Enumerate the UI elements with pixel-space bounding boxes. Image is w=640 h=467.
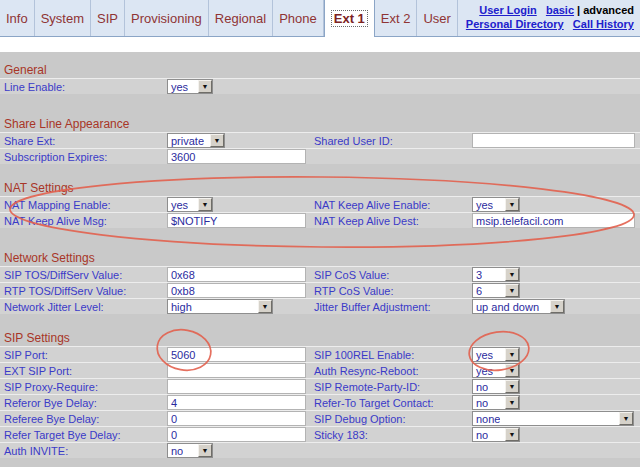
- field-row: Referee Bye Delay:SIP Debug Option:none▼: [0, 410, 640, 426]
- field-row: Refer Target Bye Delay:Sticky 183:no▼: [0, 426, 640, 442]
- refer-target-bye-delay-input[interactable]: [167, 427, 306, 442]
- chevron-down-icon[interactable]: ▼: [198, 198, 212, 211]
- basic-link[interactable]: basic: [546, 4, 574, 16]
- rtp-tos-diffserv-value-input[interactable]: [167, 283, 306, 298]
- tab-phone[interactable]: Phone: [273, 0, 324, 36]
- call-history-link[interactable]: Call History: [573, 18, 634, 30]
- chevron-down-icon[interactable]: ▼: [505, 428, 519, 441]
- field-row: EXT SIP Port:Auth Resync-Reboot:yes▼: [0, 362, 640, 378]
- field-row: Subscription Expires:: [0, 148, 640, 164]
- user-login-link[interactable]: User Login: [479, 4, 536, 16]
- tab-system[interactable]: System: [35, 0, 91, 36]
- ext-sip-port-input[interactable]: [167, 363, 306, 378]
- tab-ext-1[interactable]: Ext 1: [324, 0, 375, 37]
- label-sip-cos-value: SIP CoS Value:: [310, 269, 472, 281]
- tab-label: User: [423, 11, 450, 26]
- tab-label: Ext 2: [381, 11, 411, 26]
- tab-content-divider-strip: [0, 37, 640, 52]
- sip-100rel-enable-select[interactable]: yes▼: [472, 347, 520, 362]
- chevron-down-icon[interactable]: ▼: [505, 284, 519, 297]
- chevron-down-icon[interactable]: ▼: [619, 412, 633, 425]
- sip-debug-option-select[interactable]: none▼: [472, 411, 634, 426]
- select-value: yes: [473, 199, 493, 211]
- chevron-down-icon[interactable]: ▼: [505, 396, 519, 409]
- tab-provisioning[interactable]: Provisioning: [125, 0, 209, 36]
- shared-user-id-input[interactable]: [472, 133, 635, 148]
- nat-mapping-enable-select[interactable]: yes▼: [167, 197, 213, 212]
- chevron-down-icon[interactable]: ▼: [505, 380, 519, 393]
- label-ext-sip-port: EXT SIP Port:: [0, 365, 167, 377]
- section-title-network-settings: Network Settings: [0, 250, 640, 266]
- nat-keep-alive-enable-select[interactable]: yes▼: [472, 197, 520, 212]
- auth-invite-select[interactable]: no▼: [167, 443, 213, 458]
- field-row: Share Ext:private▼Shared User ID:: [0, 132, 640, 148]
- label-nat-mapping-enable: NAT Mapping Enable:: [0, 199, 167, 211]
- nat-keep-alive-dest-input[interactable]: [472, 213, 635, 228]
- tab-label: System: [41, 11, 84, 26]
- chevron-down-icon[interactable]: ▼: [505, 268, 519, 281]
- sip-port-input[interactable]: [167, 347, 306, 362]
- tab-label: Regional: [215, 11, 266, 26]
- chevron-down-icon[interactable]: ▼: [550, 300, 564, 313]
- nat-keep-alive-msg-input[interactable]: [167, 213, 306, 228]
- tab-regional[interactable]: Regional: [209, 0, 273, 36]
- chevron-down-icon[interactable]: ▼: [210, 134, 224, 147]
- select-value: yes: [168, 81, 188, 93]
- tab-info[interactable]: Info: [0, 0, 35, 36]
- subscription-expires-input[interactable]: [167, 149, 306, 164]
- chevron-down-icon[interactable]: ▼: [198, 80, 212, 93]
- label-sip-proxy-require: SIP Proxy-Require:: [0, 381, 167, 393]
- section-title-nat-settings: NAT Settings: [0, 180, 640, 196]
- field-row: RTP TOS/DiffServ Value:RTP CoS Value:6▼: [0, 282, 640, 298]
- share-ext-select[interactable]: private▼: [167, 133, 225, 148]
- select-value: 3: [473, 269, 482, 281]
- referee-bye-delay-input[interactable]: [167, 411, 306, 426]
- label-auth-invite: Auth INVITE:: [0, 445, 167, 457]
- sip-tos-diffserv-value-input[interactable]: [167, 267, 306, 282]
- section-spacer: [0, 94, 640, 116]
- section-title-sip-settings: SIP Settings: [0, 330, 640, 346]
- header-links: User Login basic | advanced Personal Dir…: [466, 3, 634, 31]
- line-enable-select[interactable]: yes▼: [167, 79, 213, 94]
- sip-proxy-require-input[interactable]: [167, 379, 306, 394]
- jitter-buffer-adjustment-select[interactable]: up and down▼: [472, 299, 565, 314]
- sip-remote-party-id-select[interactable]: no▼: [472, 379, 520, 394]
- chevron-down-icon[interactable]: ▼: [505, 364, 519, 377]
- label-share-ext: Share Ext:: [0, 135, 167, 147]
- settings-form: GeneralLine Enable:yes▼Share Line Appear…: [0, 52, 640, 458]
- rtp-cos-value-select[interactable]: 6▼: [472, 283, 520, 298]
- sip-cos-value-select[interactable]: 3▼: [472, 267, 520, 282]
- select-value: high: [168, 301, 192, 313]
- select-value: 6: [473, 285, 482, 297]
- label-sip-port: SIP Port:: [0, 349, 167, 361]
- tab-sip[interactable]: SIP: [91, 0, 125, 36]
- auth-resync-reboot-select[interactable]: yes▼: [472, 363, 520, 378]
- field-row: NAT Mapping Enable:yes▼NAT Keep Alive En…: [0, 196, 640, 212]
- sticky-183-select[interactable]: no▼: [472, 427, 520, 442]
- tab-ext-2[interactable]: Ext 2: [375, 0, 418, 36]
- tab-user[interactable]: User: [417, 0, 457, 36]
- personal-directory-link[interactable]: Personal Directory: [466, 18, 564, 30]
- label-referee-bye-delay: Referee Bye Delay:: [0, 413, 167, 425]
- label-auth-resync-reboot: Auth Resync-Reboot:: [310, 365, 472, 377]
- referor-bye-delay-input[interactable]: [167, 395, 306, 410]
- field-row: NAT Keep Alive Msg:NAT Keep Alive Dest:: [0, 212, 640, 228]
- label-line-enable: Line Enable:: [0, 81, 167, 93]
- section-title-general: General: [0, 62, 640, 78]
- select-value: no: [473, 397, 488, 409]
- chevron-down-icon[interactable]: ▼: [505, 198, 519, 211]
- select-value: none: [473, 413, 500, 425]
- label-sip-tos-diffserv-value: SIP TOS/DiffServ Value:: [0, 269, 167, 281]
- chevron-down-icon[interactable]: ▼: [258, 300, 272, 313]
- chevron-down-icon[interactable]: ▼: [505, 348, 519, 361]
- field-row: Auth INVITE:no▼: [0, 442, 640, 458]
- label-sticky-183: Sticky 183:: [310, 429, 472, 441]
- refer-to-target-contact-select[interactable]: no▼: [472, 395, 520, 410]
- label-shared-user-id: Shared User ID:: [310, 135, 472, 147]
- label-nat-keep-alive-dest: NAT Keep Alive Dest:: [310, 215, 472, 227]
- chevron-down-icon[interactable]: ▼: [198, 444, 212, 457]
- tab-label: Phone: [279, 11, 317, 26]
- network-jitter-level-select[interactable]: high▼: [167, 299, 273, 314]
- label-sip-100rel-enable: SIP 100REL Enable:: [310, 349, 472, 361]
- section-spacer: [0, 314, 640, 330]
